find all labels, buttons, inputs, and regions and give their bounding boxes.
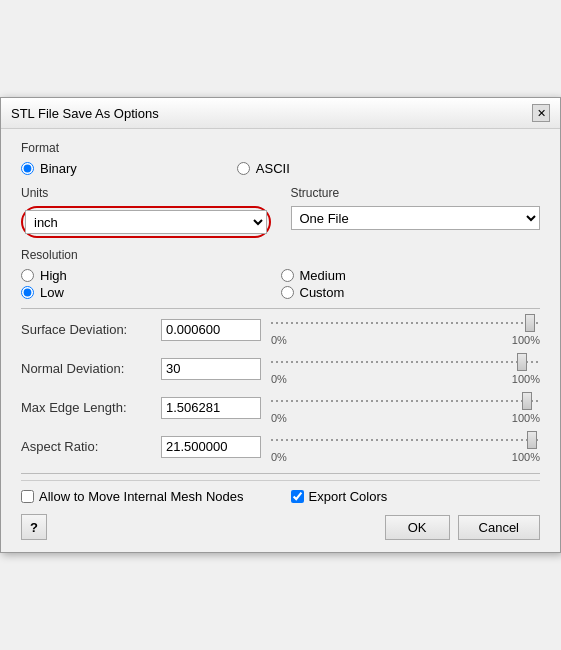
medium-option[interactable]: Medium [281, 268, 541, 283]
ascii-radio[interactable] [237, 162, 250, 175]
normal-deviation-block: Normal Deviation: 0% 100% [21, 352, 540, 385]
cancel-button[interactable]: Cancel [458, 515, 540, 540]
surface-deviation-slider-line [271, 322, 540, 324]
aspect-ratio-row: Aspect Ratio: 0% 100% [21, 430, 540, 463]
high-option[interactable]: High [21, 268, 281, 283]
surface-deviation-label: Surface Deviation: [21, 322, 161, 337]
max-edge-length-min-label: 0% [271, 412, 287, 424]
normal-deviation-min-label: 0% [271, 373, 287, 385]
max-edge-length-slider-thumb[interactable] [522, 392, 532, 410]
medium-radio[interactable] [281, 269, 294, 282]
aspect-ratio-block: Aspect Ratio: 0% 100% [21, 430, 540, 463]
ascii-option[interactable]: ASCII [237, 161, 290, 176]
units-label: Units [21, 186, 271, 200]
binary-option[interactable]: Binary [21, 161, 77, 176]
units-select[interactable]: inch mm cm m ft [25, 210, 267, 234]
bottom-row: Allow to Move Internal Mesh Nodes Export… [21, 480, 540, 510]
surface-deviation-slider-thumb[interactable] [525, 314, 535, 332]
aspect-ratio-slider-container: 0% 100% [271, 430, 540, 463]
resolution-grid: High Medium Low Custom [21, 268, 540, 300]
structure-select[interactable]: One File Multiple Files [291, 206, 541, 230]
help-button[interactable]: ? [21, 514, 47, 540]
bottom-divider [21, 473, 540, 474]
normal-deviation-slider-line [271, 361, 540, 363]
max-edge-length-block: Max Edge Length: 0% 100% [21, 391, 540, 424]
surface-deviation-slider-container: 0% 100% [271, 313, 540, 346]
structure-group: Structure One File Multiple Files [291, 186, 541, 238]
export-colors-group: Export Colors [271, 489, 541, 504]
max-edge-length-label: Max Edge Length: [21, 400, 161, 415]
allow-move-label: Allow to Move Internal Mesh Nodes [39, 489, 243, 504]
aspect-ratio-max-label: 100% [512, 451, 540, 463]
max-edge-length-slider-track [271, 391, 540, 411]
surface-deviation-block: Surface Deviation: 0% 100% [21, 313, 540, 346]
normal-deviation-slider-container: 0% 100% [271, 352, 540, 385]
aspect-ratio-input[interactable] [161, 436, 261, 458]
surface-deviation-max-label: 100% [512, 334, 540, 346]
stl-save-dialog: STL File Save As Options ✕ Format Binary… [0, 97, 561, 553]
allow-move-checkbox[interactable] [21, 490, 34, 503]
ok-cancel-group: OK Cancel [47, 515, 540, 540]
high-label: High [40, 268, 67, 283]
normal-deviation-max-label: 100% [512, 373, 540, 385]
binary-label: Binary [40, 161, 77, 176]
resolution-label: Resolution [21, 248, 540, 262]
format-section: Format Binary ASCII [21, 141, 540, 176]
units-structure-row: Units inch mm cm m ft Structure One File… [21, 186, 540, 238]
dialog-body: Format Binary ASCII Units inch mm [1, 129, 560, 552]
binary-radio[interactable] [21, 162, 34, 175]
normal-deviation-row: Normal Deviation: 0% 100% [21, 352, 540, 385]
aspect-ratio-slider-track [271, 430, 540, 450]
close-button[interactable]: ✕ [532, 104, 550, 122]
surface-deviation-slider-track [271, 313, 540, 333]
aspect-ratio-min-label: 0% [271, 451, 287, 463]
surface-deviation-min-label: 0% [271, 334, 287, 346]
title-bar: STL File Save As Options ✕ [1, 98, 560, 129]
max-edge-length-slider-container: 0% 100% [271, 391, 540, 424]
normal-deviation-slider-track [271, 352, 540, 372]
units-select-wrapper: inch mm cm m ft [21, 206, 271, 238]
resolution-section: Resolution High Medium Low Custom [21, 248, 540, 300]
structure-label: Structure [291, 186, 541, 200]
fields-sliders: Surface Deviation: 0% 100% [21, 313, 540, 469]
ok-button[interactable]: OK [385, 515, 450, 540]
surface-deviation-input[interactable] [161, 319, 261, 341]
max-edge-length-slider-line [271, 400, 540, 402]
low-label: Low [40, 285, 64, 300]
low-option[interactable]: Low [21, 285, 281, 300]
allow-move-group: Allow to Move Internal Mesh Nodes [21, 489, 271, 504]
action-row: ? OK Cancel [21, 510, 540, 542]
units-group: Units inch mm cm m ft [21, 186, 271, 238]
normal-deviation-slider-labels: 0% 100% [271, 373, 540, 385]
custom-radio[interactable] [281, 286, 294, 299]
aspect-ratio-slider-line [271, 439, 540, 441]
aspect-ratio-slider-thumb[interactable] [527, 431, 537, 449]
medium-label: Medium [300, 268, 346, 283]
format-label: Format [21, 141, 540, 155]
normal-deviation-label: Normal Deviation: [21, 361, 161, 376]
format-row: Binary ASCII [21, 161, 540, 176]
export-colors-label: Export Colors [309, 489, 388, 504]
aspect-ratio-slider-labels: 0% 100% [271, 451, 540, 463]
normal-deviation-input[interactable] [161, 358, 261, 380]
custom-label: Custom [300, 285, 345, 300]
dialog-title: STL File Save As Options [11, 106, 159, 121]
aspect-ratio-label: Aspect Ratio: [21, 439, 161, 454]
max-edge-length-slider-labels: 0% 100% [271, 412, 540, 424]
custom-option[interactable]: Custom [281, 285, 541, 300]
max-edge-length-row: Max Edge Length: 0% 100% [21, 391, 540, 424]
ascii-label: ASCII [256, 161, 290, 176]
surface-deviation-row: Surface Deviation: 0% 100% [21, 313, 540, 346]
max-edge-length-max-label: 100% [512, 412, 540, 424]
export-colors-checkbox[interactable] [291, 490, 304, 503]
high-radio[interactable] [21, 269, 34, 282]
low-radio[interactable] [21, 286, 34, 299]
divider [21, 308, 540, 309]
max-edge-length-input[interactable] [161, 397, 261, 419]
normal-deviation-slider-thumb[interactable] [517, 353, 527, 371]
surface-deviation-slider-labels: 0% 100% [271, 334, 540, 346]
